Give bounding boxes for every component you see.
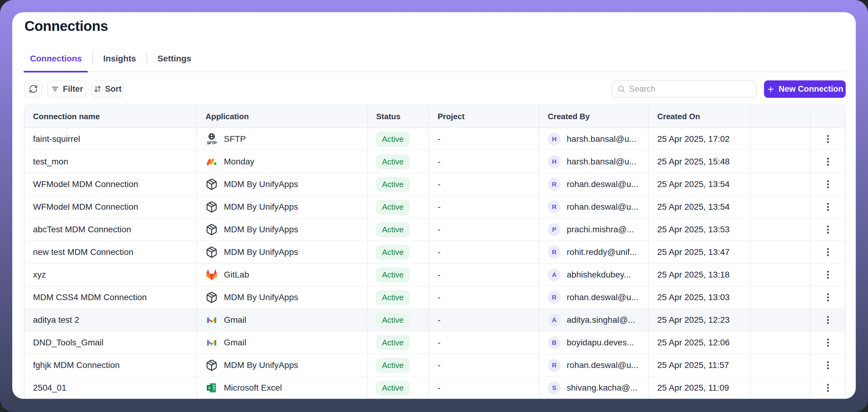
status-badge: Active <box>376 268 409 282</box>
cell-project: - <box>429 241 539 264</box>
creator-email: rohan.deswal@u... <box>567 360 638 370</box>
active-tab-indicator <box>24 71 88 72</box>
column-header-project: Project <box>429 105 539 128</box>
column-header-status: Status <box>368 105 429 128</box>
column-header-created-on: Created On <box>649 105 751 128</box>
cell-status: Active <box>368 241 429 264</box>
status-badge: Active <box>376 336 409 350</box>
cell-empty <box>751 173 810 196</box>
cell-created-on: 25 Apr 2025, 11:09 <box>649 377 751 399</box>
table-row[interactable]: xyz GitLab Active - A abhishekdubey... 2… <box>25 264 845 286</box>
cell-status: Active <box>368 309 429 332</box>
tab-settings[interactable]: Settings <box>151 54 197 64</box>
cell-empty <box>751 286 810 309</box>
tab-connections[interactable]: Connections <box>24 54 88 64</box>
cell-application: Gmail <box>197 309 368 332</box>
table-row[interactable]: fghjk MDM Connection MDM By UnifyApps Ac… <box>25 354 845 377</box>
cell-actions <box>810 309 845 332</box>
cell-application: MDM By UnifyApps <box>197 354 368 377</box>
table-row[interactable]: WFModel MDM Connection MDM By UnifyApps … <box>25 173 845 196</box>
cell-actions <box>810 128 845 151</box>
refresh-button[interactable] <box>25 80 42 98</box>
sftp-icon <box>206 133 218 145</box>
refresh-icon <box>29 84 38 94</box>
row-menu-button[interactable] <box>825 201 831 213</box>
creator-email: prachi.mishra@... <box>567 225 634 234</box>
row-menu-button[interactable] <box>825 337 831 348</box>
row-menu-button[interactable] <box>825 269 831 281</box>
avatar: R <box>548 246 561 259</box>
search-input[interactable]: Search <box>611 80 757 98</box>
cell-status: Active <box>368 377 429 399</box>
column-header-created-by: Created By <box>539 105 649 128</box>
page-title: Connections <box>25 18 108 34</box>
row-menu-button[interactable] <box>825 133 831 145</box>
cell-connection-name: abcTest MDM Connection <box>25 218 197 241</box>
cell-connection-name: MDM CSS4 MDM Connection <box>25 286 197 309</box>
cell-application: MDM By UnifyApps <box>197 196 368 218</box>
creator-email: rohan.deswal@u... <box>567 179 638 189</box>
cell-application: MDM By UnifyApps <box>197 286 368 309</box>
table-row[interactable]: 2504_01 Microsoft Excel Active - S shiva… <box>25 377 845 399</box>
table-row[interactable]: MDM CSS4 MDM Connection MDM By UnifyApps… <box>25 286 845 309</box>
new-connection-button[interactable]: New Connection <box>764 80 846 98</box>
cell-project: - <box>429 264 539 286</box>
table-row[interactable]: DND_Tools_Gmail Gmail Active - B boyidap… <box>25 332 845 354</box>
cell-created-on: 25 Apr 2025, 13:54 <box>649 196 751 218</box>
cell-connection-name: DND_Tools_Gmail <box>25 332 197 354</box>
table-row[interactable]: faint-squirrel SFTP Active - H harsh.ban… <box>25 128 845 151</box>
status-badge: Active <box>376 358 409 373</box>
tab-insights[interactable]: Insights <box>97 54 142 64</box>
cell-connection-name: fghjk MDM Connection <box>25 354 197 377</box>
status-badge: Active <box>376 200 409 214</box>
table-row[interactable]: abcTest MDM Connection MDM By UnifyApps … <box>25 218 845 241</box>
sort-button[interactable]: Sort <box>91 80 123 98</box>
mdm-icon <box>206 201 218 213</box>
cell-actions <box>810 354 845 377</box>
row-menu-button[interactable] <box>825 314 831 326</box>
row-menu-button[interactable] <box>825 156 831 168</box>
cell-actions <box>810 264 845 286</box>
table-row[interactable]: new test MDM Connection MDM By UnifyApps… <box>25 241 845 264</box>
app-label: GitLab <box>224 270 249 280</box>
cell-application: Microsoft Excel <box>197 377 368 399</box>
row-menu-button[interactable] <box>825 224 831 235</box>
row-menu-button[interactable] <box>825 382 831 394</box>
cell-connection-name: faint-squirrel <box>25 128 197 151</box>
cell-project: - <box>429 354 539 377</box>
avatar: A <box>548 268 561 281</box>
cell-connection-name: xyz <box>25 264 197 286</box>
gitlab-icon <box>206 269 218 281</box>
cell-connection-name: new test MDM Connection <box>25 241 197 264</box>
cell-empty <box>751 354 810 377</box>
row-menu-button[interactable] <box>825 178 831 190</box>
search-icon <box>617 85 625 93</box>
cell-actions <box>810 286 845 309</box>
cell-status: Active <box>368 151 429 173</box>
cell-application: Monday <box>197 151 368 173</box>
cell-created-on: 25 Apr 2025, 13:53 <box>649 218 751 241</box>
cell-empty <box>751 264 810 286</box>
cell-project: - <box>429 332 539 354</box>
cell-project: - <box>429 377 539 399</box>
table-row[interactable]: aditya test 2 Gmail Active - A aditya.si… <box>25 309 845 332</box>
row-menu-button[interactable] <box>825 359 831 371</box>
row-menu-button[interactable] <box>825 246 831 258</box>
app-label: Microsoft Excel <box>224 383 282 393</box>
creator-email: rohan.deswal@u... <box>567 293 638 302</box>
cell-actions <box>810 241 845 264</box>
sort-icon <box>93 84 102 94</box>
table-row[interactable]: test_mon Monday Active - H harsh.bansal@… <box>25 151 845 173</box>
cell-project: - <box>429 173 539 196</box>
cell-created-on: 25 Apr 2025, 13:54 <box>649 173 751 196</box>
filter-button[interactable]: Filter <box>48 80 86 98</box>
connections-table: Connection nameApplicationStatusProjectC… <box>24 105 846 399</box>
table-row[interactable]: WFModel MDM Connection MDM By UnifyApps … <box>25 196 845 218</box>
avatar: B <box>548 336 561 349</box>
cell-project: - <box>429 218 539 241</box>
row-menu-button[interactable] <box>825 291 831 303</box>
status-badge: Active <box>376 222 409 237</box>
app-label: MDM By UnifyApps <box>224 360 298 370</box>
cell-created-by: R rohan.deswal@u... <box>539 354 649 377</box>
cell-created-by: R rohan.deswal@u... <box>539 196 649 218</box>
